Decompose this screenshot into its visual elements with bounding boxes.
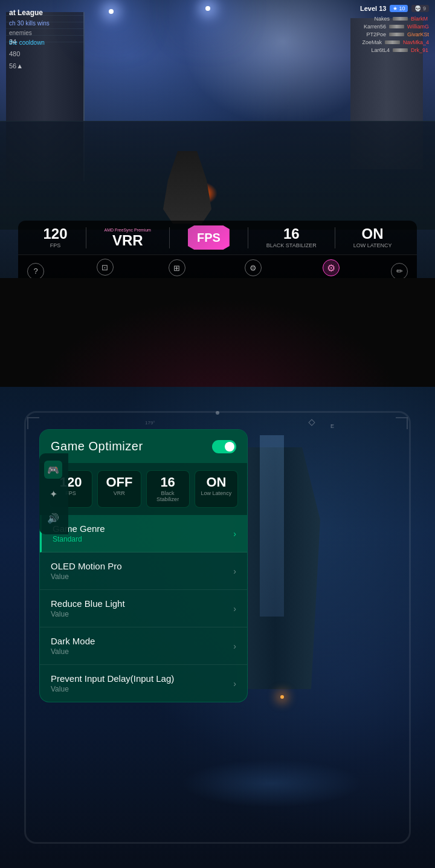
menu-item-pid-title: Prevent Input Delay(Input Lag) [51,673,174,684]
player-gun-icon [393,48,408,52]
player-gun-icon [385,40,400,44]
menu-bar: ? ⊡ Screen Size ⊞ Multi-view ⚙ Game Opti… [18,254,417,278]
sliders-icon[interactable]: ⚙ [245,259,262,276]
screen-size-menu-icon[interactable]: ⊡ Screen Size [92,259,118,278]
top-game-section: at League ch 30 kills wins enemies the c… [0,0,435,278]
score1: 34 [9,36,23,48]
street-light-left [109,9,114,14]
score3: 56▲ [9,60,23,73]
player-gun-icon [389,33,404,36]
score-display: 34 480 56▲ [9,36,23,72]
menu-item-rbl-content: Reduce Blue Light Value [51,598,125,618]
corner-bracket-tr [396,417,408,429]
player-name: Nakes [362,16,390,22]
player-score: Drk_91 [411,47,429,53]
sidebar-icon-display[interactable]: ✦ [44,485,62,503]
menu-item-prevent-input-delay[interactable]: Prevent Input Delay(Input Lag) Value › [40,665,247,702]
menu-item-dark-mode[interactable]: Dark Mode Value › [40,627,247,665]
divider [86,227,86,248]
opt-stat-black-stab: 16 Black Stabilizer [146,470,190,508]
menu-item-oled-motion-pro[interactable]: OLED Motion Pro Value › [40,552,247,590]
bottom-game-section: 179° E 🎮 ✦ 🔊 Game Optimizer 120 FPS OFF … [0,387,435,868]
amd-label: AMD FreeSync Premium [105,228,151,232]
menu-item-game-genre[interactable]: Game Genre Standard › [40,515,247,552]
hud-bottom-bar: 120 FPS AMD FreeSync Premium VRR FPS 16 … [18,221,417,278]
latency-label: Low Latency [353,242,392,248]
black-stab-value: 16 [266,227,317,241]
center-dot [216,411,219,415]
vrr-value: VRR [105,233,151,248]
chevron-right-icon: › [233,604,236,614]
multiview-icon[interactable]: ⊞ [169,259,185,276]
menu-item-reduce-blue-light[interactable]: Reduce Blue Light Value › [40,590,247,627]
match-title: at League [9,7,50,19]
menu-item-dm-subtitle: Value [51,647,95,656]
opt-vrr-value: OFF [101,476,137,489]
player-row: Nakes BlarkM [362,16,429,22]
game-optimizer-panel: Game Optimizer 120 FPS OFF VRR 16 Black … [39,429,248,702]
street-light-right [205,6,210,11]
latency-value: ON [353,227,392,241]
divider [335,227,335,248]
menu-item-pid-subtitle: Value [51,685,174,693]
fps-stat: 120 FPS [43,227,67,248]
sidebar-icon-audio[interactable]: 🔊 [44,509,62,527]
chevron-right-icon: › [233,641,236,651]
player-score: BlarkM [411,16,429,22]
menu-item-game-genre-subtitle: Standard [53,535,105,543]
divider [169,227,170,248]
player-score: WilliamG [407,24,429,30]
opt-stat-latency: ON Low Latency [195,470,238,508]
player-score: NavMka_4 [403,39,429,45]
fps-badge-value: FPS [197,232,221,244]
divider [248,227,248,248]
player-row: Karren56 WilliamG [359,24,429,30]
player-name: PT2Poe [359,31,386,37]
optimizer-header: Game Optimizer [40,430,247,463]
help-circle[interactable]: ? [27,263,44,279]
black-stab-label: Black Stabilizer [266,242,317,248]
gear-icon[interactable]: ⚙ [323,259,340,276]
pencil-icon[interactable]: ✏ [391,263,408,279]
fps-value: 120 [43,227,67,241]
menu-item-pid-content: Prevent Input Delay(Input Lag) Value [51,673,174,693]
multiview-menu-icon[interactable]: ⊞ Multi-view [166,259,188,278]
opt-latency-label: Low Latency [198,490,234,496]
player-score: GivarKSt [407,31,429,37]
sidebar-icons: 🎮 ✦ 🔊 [39,453,68,534]
chevron-right-icon: › [233,679,236,688]
opt-stat-vrr: OFF VRR [97,470,141,508]
edit-menu-icon[interactable]: ✏ [391,263,408,279]
optimizer-title: Game Optimizer [51,439,143,453]
player-gun-icon [389,25,404,28]
player-name: Karren56 [359,24,386,30]
hud-topright: Level 13 ★ 10 💀 9 Nakes BlarkM Karren56 … [355,5,429,53]
screen-size-icon[interactable]: ⊡ [97,259,114,276]
player-row: Lar6tL4 Drk_91 [362,47,429,53]
stats-bar: 120 FPS AMD FreeSync Premium VRR FPS 16 … [18,221,417,254]
menu-item-rbl-subtitle: Value [51,610,125,618]
vrr-stat: AMD FreeSync Premium VRR [105,228,151,248]
all-settings-menu-icon[interactable]: ⚙ All Settings [319,259,343,278]
player-name: Lar6tL4 [362,47,390,53]
sidebar-icon-gamepad[interactable]: 🎮 [44,461,62,479]
player-gun-icon [393,17,408,21]
optimizer-toggle[interactable] [212,440,236,453]
fps-center-badge: FPS [188,225,230,250]
fps-label: FPS [43,242,67,248]
menu-item-oled-content: OLED Motion Pro Value [51,561,122,581]
opt-black-stab-value: 16 [150,476,186,489]
score2: 480 [9,48,23,60]
player-list: Nakes BlarkM Karren56 WilliamG PT2Poe Gi… [355,16,429,53]
player-row: ZoeMak NavMka_4 [355,39,429,45]
level-badge: Level 13 ★ 10 💀 9 [355,5,429,12]
chevron-right-icon: › [233,529,236,539]
star-badge: ★ 10 [390,5,408,12]
opt-latency-value: ON [198,476,234,489]
help-menu-icon[interactable]: ? [27,263,44,279]
opt-black-stab-label: Black Stabilizer [150,490,186,502]
hud-label-e: E [330,423,335,429]
optimizer-menu: Game Genre Standard › OLED Motion Pro Va… [40,515,247,702]
coord-text: 179° [145,420,155,426]
game-optimizer-menu-icon[interactable]: ⚙ Game Optimizer [236,259,271,278]
